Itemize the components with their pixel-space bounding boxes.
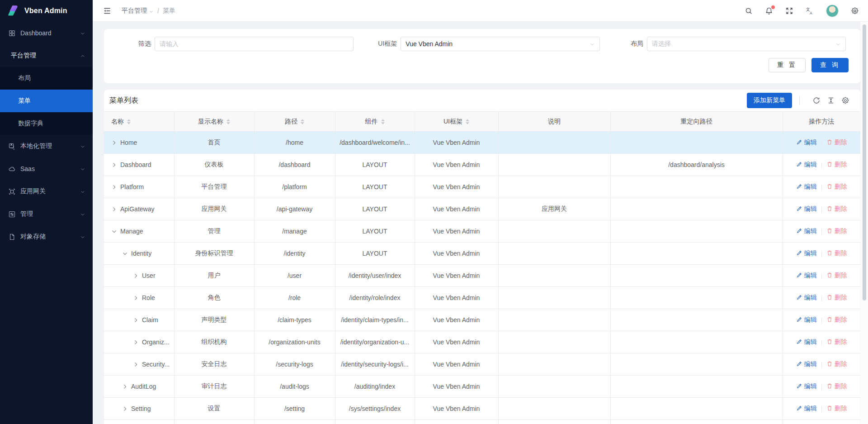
sidebar-item--[interactable]: 管理 bbox=[0, 203, 93, 225]
edit-button[interactable]: 编辑 bbox=[796, 249, 817, 257]
sort-caret-icon[interactable] bbox=[301, 119, 304, 124]
expand-row-icon[interactable] bbox=[133, 295, 139, 301]
expand-row-icon[interactable] bbox=[133, 317, 139, 323]
table-row-claim[interactable]: Claim声明类型/claim-types/identity/claim-typ… bbox=[104, 309, 860, 331]
menu-fold-icon[interactable] bbox=[103, 6, 112, 15]
edit-button[interactable]: 编辑 bbox=[796, 138, 817, 147]
bell-icon[interactable] bbox=[765, 7, 773, 15]
edit-button[interactable]: 编辑 bbox=[796, 360, 817, 368]
edit-button[interactable]: 编辑 bbox=[796, 405, 817, 413]
filter-text-input[interactable] bbox=[160, 40, 349, 48]
sidebar-subitem-1[interactable]: 菜单 bbox=[0, 90, 93, 112]
delete-button[interactable]: 删除 bbox=[826, 294, 847, 302]
expand-row-icon[interactable] bbox=[122, 406, 128, 412]
translate-icon[interactable]: 文A bbox=[806, 7, 814, 15]
delete-button[interactable]: 删除 bbox=[826, 360, 847, 368]
sidebar-item-dashboard[interactable]: Dashboard bbox=[0, 22, 93, 44]
filter-select[interactable]: 请选择 bbox=[647, 37, 846, 51]
cell-path: /platform bbox=[254, 176, 335, 198]
column-header-0[interactable]: 名称 bbox=[104, 112, 174, 132]
toolbar-divider bbox=[799, 96, 800, 105]
refresh-icon[interactable] bbox=[812, 96, 821, 105]
search-button[interactable]: 查 询 bbox=[811, 58, 849, 72]
settings-gear-icon[interactable] bbox=[841, 96, 849, 105]
table-row-auditlog[interactable]: AuditLog审计日志/audit-logs/auditing/indexVu… bbox=[104, 376, 860, 398]
table-row-setting[interactable]: Setting设置/setting/sys/settings/indexVue … bbox=[104, 398, 860, 420]
column-label: 重定向路径 bbox=[681, 118, 712, 125]
column-header-4[interactable]: UI框架 bbox=[415, 112, 498, 132]
delete-button[interactable]: 删除 bbox=[826, 405, 847, 413]
delete-button[interactable]: 删除 bbox=[826, 382, 847, 391]
table-row-apigateway[interactable]: ApiGateway应用网关/api-gatewayLAYOUTVue Vben… bbox=[104, 198, 860, 220]
cell-component-text: /identity/security-logs/i... bbox=[341, 361, 408, 368]
page-scrollbar-thumb[interactable] bbox=[863, 24, 866, 300]
cell-description bbox=[498, 154, 610, 176]
expand-row-icon[interactable] bbox=[111, 140, 117, 146]
sort-caret-icon[interactable] bbox=[381, 119, 385, 124]
delete-button[interactable]: 删除 bbox=[826, 272, 847, 280]
expand-row-icon[interactable] bbox=[133, 273, 139, 279]
sidebar-item-saas[interactable]: Saas bbox=[0, 157, 93, 180]
collapse-row-icon[interactable] bbox=[111, 229, 117, 234]
row-height-icon[interactable] bbox=[827, 96, 835, 105]
table-row-role[interactable]: Role角色/role/identity/role/indexVue Vben … bbox=[104, 287, 860, 309]
sidebar-item--[interactable]: 应用网关 bbox=[0, 180, 93, 203]
sidebar-item--[interactable]: 平台管理 bbox=[0, 44, 93, 67]
table-row-security[interactable]: Security...安全日志/security-logs/identity/s… bbox=[104, 353, 860, 376]
expand-row-icon[interactable] bbox=[111, 162, 117, 168]
row-name: Identity bbox=[131, 250, 151, 257]
delete-button[interactable]: 删除 bbox=[826, 183, 847, 191]
delete-button[interactable]: 删除 bbox=[826, 316, 847, 324]
edit-button[interactable]: 编辑 bbox=[796, 294, 817, 302]
delete-button[interactable]: 删除 bbox=[826, 227, 847, 235]
expand-row-icon[interactable] bbox=[133, 362, 139, 367]
sort-caret-icon[interactable] bbox=[127, 119, 131, 124]
pencil-icon bbox=[796, 405, 802, 413]
expand-row-icon[interactable] bbox=[111, 184, 117, 190]
fullscreen-icon[interactable] bbox=[785, 7, 793, 15]
avatar[interactable] bbox=[826, 5, 839, 17]
sort-caret-icon[interactable] bbox=[466, 119, 469, 124]
edit-button[interactable]: 编辑 bbox=[796, 205, 817, 213]
table-row-identity[interactable]: Identity身份标识管理/identityLAYOUTVue Vben Ad… bbox=[104, 243, 860, 265]
breadcrumb-item[interactable]: 平台管理 bbox=[122, 7, 154, 15]
edit-button[interactable]: 编辑 bbox=[796, 183, 817, 191]
filter-input[interactable] bbox=[155, 37, 354, 51]
delete-button[interactable]: 删除 bbox=[826, 338, 847, 346]
breadcrumb-item[interactable]: 菜单 bbox=[163, 7, 175, 15]
sort-caret-icon[interactable] bbox=[226, 119, 230, 124]
table-row-organiz[interactable]: Organiz...组织机构/organization-units/identi… bbox=[104, 331, 860, 353]
table-row-user[interactable]: User用户/user/identity/user/indexVue Vben … bbox=[104, 265, 860, 287]
table-row-platform[interactable]: Platform平台管理/platformLAYOUTVue Vben Admi… bbox=[104, 176, 860, 198]
expand-row-icon[interactable] bbox=[111, 206, 117, 212]
edit-button[interactable]: 编辑 bbox=[796, 338, 817, 346]
table-row-home[interactable]: Home首页/home/dashboard/welcome/in...Vue V… bbox=[104, 132, 860, 154]
sidebar-subitem-0[interactable]: 布局 bbox=[0, 67, 93, 90]
column-header-1[interactable]: 显示名称 bbox=[174, 112, 254, 132]
collapse-row-icon[interactable] bbox=[122, 251, 128, 257]
edit-button[interactable]: 编辑 bbox=[796, 316, 817, 324]
delete-button[interactable]: 删除 bbox=[826, 249, 847, 257]
table-row-manage[interactable]: Manage管理/manageLAYOUTVue Vben Admin编辑删除 bbox=[104, 220, 860, 243]
expand-row-icon[interactable] bbox=[122, 384, 128, 390]
search-icon[interactable] bbox=[745, 7, 753, 15]
add-menu-button[interactable]: 添加新菜单 bbox=[747, 93, 792, 108]
expand-row-icon[interactable] bbox=[133, 339, 139, 345]
gear-icon[interactable] bbox=[851, 7, 859, 15]
delete-button[interactable]: 删除 bbox=[826, 205, 847, 213]
sidebar-subitem-2[interactable]: 数据字典 bbox=[0, 112, 93, 135]
column-header-2[interactable]: 路径 bbox=[254, 112, 335, 132]
edit-button[interactable]: 编辑 bbox=[796, 272, 817, 280]
table-row-dashboard[interactable]: Dashboard仪表板/dashboardLAYOUTVue Vben Adm… bbox=[104, 154, 860, 176]
delete-button[interactable]: 删除 bbox=[826, 138, 847, 147]
edit-button[interactable]: 编辑 bbox=[796, 161, 817, 169]
column-header-3[interactable]: 组件 bbox=[335, 112, 415, 132]
filter-select[interactable]: Vue Vben Admin bbox=[401, 37, 599, 51]
edit-button[interactable]: 编辑 bbox=[796, 382, 817, 391]
reset-button[interactable]: 重 置 bbox=[769, 58, 806, 72]
delete-button[interactable]: 删除 bbox=[826, 161, 847, 169]
sidebar-item--[interactable]: 本地化管理 bbox=[0, 135, 93, 157]
app-logo[interactable]: Vben Admin bbox=[0, 0, 93, 22]
edit-button[interactable]: 编辑 bbox=[796, 227, 817, 235]
sidebar-item--[interactable]: 对象存储 bbox=[0, 225, 93, 248]
